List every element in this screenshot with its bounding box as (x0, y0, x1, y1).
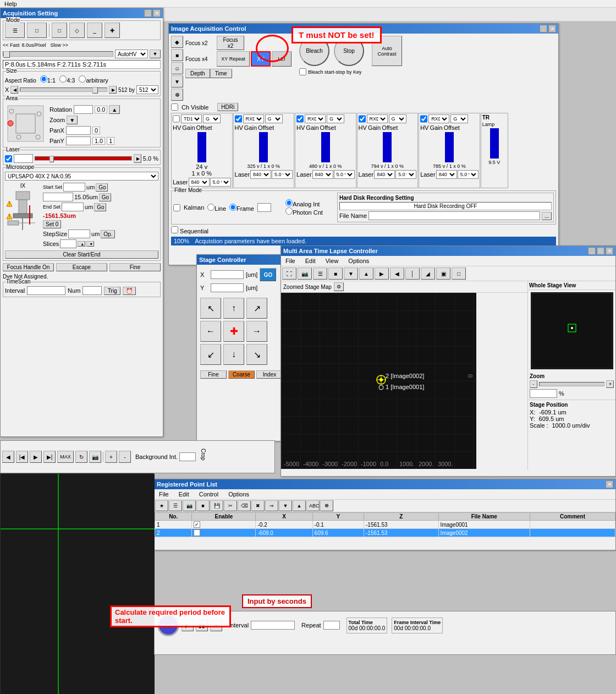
xy-btn[interactable]: XY (251, 51, 271, 67)
matl-tb-9[interactable]: │ (405, 267, 420, 280)
op-btn[interactable]: Op. (101, 230, 115, 238)
play-repeat-btn[interactable]: ↻ (75, 451, 87, 463)
regpts-tb-11[interactable]: ▲ (293, 500, 306, 511)
rxd1-laser-select[interactable]: 840 (250, 170, 271, 179)
rxd4-pct-select[interactable]: 5.0 % (458, 170, 479, 179)
laser-right-btn[interactable]: ▶ (134, 154, 141, 163)
time-tab[interactable]: Time (210, 69, 232, 78)
nav-s[interactable]: ↓ (223, 344, 244, 365)
kalman-check[interactable] (173, 204, 180, 211)
zoom-in-btn[interactable]: + (105, 451, 117, 463)
td1-select[interactable]: TD1 (181, 114, 202, 123)
set0-btn[interactable]: Set 0 (43, 220, 61, 228)
trig-btn[interactable]: Trig (104, 287, 120, 295)
clear-start-end-btn[interactable]: Clear Start/End (5, 250, 158, 259)
acq-close[interactable]: ✕ (153, 9, 161, 17)
rxd3-check[interactable] (359, 114, 366, 123)
rxd4-select[interactable]: RXD4 (428, 114, 449, 123)
slices-input[interactable]: 3 (60, 239, 76, 248)
matl-restore[interactable]: □ (597, 247, 604, 255)
icon-btn-5[interactable]: ☸ (171, 89, 183, 101)
play-max-btn[interactable]: MAX (57, 451, 74, 463)
slices-up[interactable]: ▲ (78, 241, 85, 247)
regpts-tb-1[interactable]: ★ (155, 500, 168, 511)
icon-btn-2[interactable]: ■ (171, 49, 183, 61)
matl-tb-7[interactable]: ▶ (375, 267, 389, 280)
mode-shape2-btn[interactable]: ◇ (69, 23, 85, 38)
file-browse-btn[interactable]: ... (542, 212, 552, 220)
zoom-plus-btn[interactable]: + (606, 380, 614, 388)
zoom-val-input[interactable]: 1000 (530, 389, 557, 398)
go2-btn[interactable]: Go (99, 193, 111, 201)
photon-radio[interactable] (285, 207, 293, 215)
rxd3-g-select[interactable]: G 1 (389, 114, 406, 123)
fine-stage-btn[interactable]: Fine (200, 370, 227, 379)
step-input[interactable]: 14.95 (68, 229, 90, 238)
help-menu[interactable]: Help (2, 1, 19, 7)
matl-tb-6[interactable]: ▲ (359, 267, 373, 280)
ch-visible-check[interactable] (171, 103, 178, 111)
matl-view-menu[interactable]: View (323, 257, 341, 265)
file-name-input[interactable] (369, 211, 540, 220)
interval-input[interactable]: 00:02:00.0 (27, 286, 65, 295)
td1-laser-select[interactable]: 840 (189, 178, 210, 187)
sequential-check[interactable] (171, 226, 178, 233)
zoom-up-btn[interactable]: ▲ (109, 105, 120, 114)
regpts-file[interactable]: File (157, 490, 171, 498)
nav-se[interactable]: ↘ (246, 344, 267, 365)
rxd3-laser-select[interactable]: 840 (374, 170, 395, 179)
line-radio-label[interactable]: Line (207, 204, 226, 212)
matl-tb-2[interactable]: 📷 (298, 267, 312, 280)
depth-tab[interactable]: Depth (185, 69, 210, 78)
rxd4-laser-select[interactable]: 840 (436, 170, 457, 179)
icon-btn-4[interactable]: ▼ (171, 75, 183, 88)
regpts-tb-6[interactable]: ✂ (224, 500, 237, 511)
matl-close[interactable]: ✕ (606, 247, 613, 255)
analog-radio[interactable] (285, 199, 293, 206)
regpts-tb-9[interactable]: ⇒ (265, 500, 278, 511)
go1-btn[interactable]: Go (96, 183, 108, 192)
icon-btn-1[interactable]: ◆ (171, 36, 183, 48)
rxd2-g-select[interactable]: G 1 (327, 114, 344, 123)
play-btn[interactable]: ▶ (30, 451, 42, 463)
hdri-btn[interactable]: HDRi (217, 103, 238, 111)
rxd1-g-select[interactable]: G 1 (265, 114, 283, 123)
nav-n[interactable]: ↑ (223, 298, 244, 319)
regpts-tb-3[interactable]: 📷 (183, 500, 196, 511)
frame-radio[interactable] (229, 204, 237, 211)
nav-nw[interactable]: ↖ (200, 298, 221, 319)
photon-cnt-label[interactable]: Photon Cnt (285, 207, 323, 216)
x-pos-input[interactable]: -609.1 (211, 270, 244, 279)
ratio-4-3[interactable] (59, 75, 67, 83)
td1-pct-select[interactable]: 5.0 % (210, 178, 231, 187)
mode-shape4-btn[interactable]: ✚ (105, 23, 120, 38)
laser-slider[interactable] (35, 156, 132, 161)
regpts-tb-7[interactable]: ⌫ (238, 500, 251, 511)
pany-input[interactable]: 0 um (66, 136, 91, 145)
icon-btn-3[interactable]: ☺ (171, 62, 183, 74)
frame-radio-label[interactable]: Frame (229, 204, 254, 212)
xy-repeat-btn[interactable]: XY Repeat (217, 51, 250, 67)
td1-g-select[interactable]: G 1 (203, 114, 221, 123)
matl-tb-5[interactable]: ▼ (344, 267, 358, 280)
regpts-close[interactable]: ✕ (606, 480, 613, 488)
laser-val-input[interactable]: 840 (14, 154, 33, 163)
bleach-key-check[interactable] (299, 68, 306, 75)
autohv-select[interactable]: AutoHV (115, 50, 148, 58)
play-snap-btn[interactable]: 📷 (89, 451, 101, 463)
map-settings-btn[interactable]: ⚙ (334, 282, 344, 291)
index-stage-btn[interactable]: Index (256, 370, 283, 379)
row2-check[interactable] (194, 529, 200, 536)
regpts-tb-4[interactable]: ■ (196, 500, 210, 511)
matl-file-menu[interactable]: File (283, 257, 298, 265)
td1-check[interactable] (173, 114, 180, 123)
regpts-edit[interactable]: Edit (177, 490, 191, 498)
y-size-select[interactable]: 512 (136, 85, 158, 94)
table-row[interactable]: 2 -609.0 609.6 -1561.53 Image0002 (155, 529, 615, 537)
matl-minimize[interactable]: _ (588, 247, 596, 255)
row1-check[interactable] (194, 521, 200, 528)
play-end-btn[interactable]: ▶| (43, 451, 56, 463)
rxd1-pct-select[interactable]: 5.0 % (272, 170, 293, 179)
rxd2-laser-select[interactable]: 840 (312, 170, 333, 179)
matl-tb-3[interactable]: ☰ (313, 267, 327, 280)
